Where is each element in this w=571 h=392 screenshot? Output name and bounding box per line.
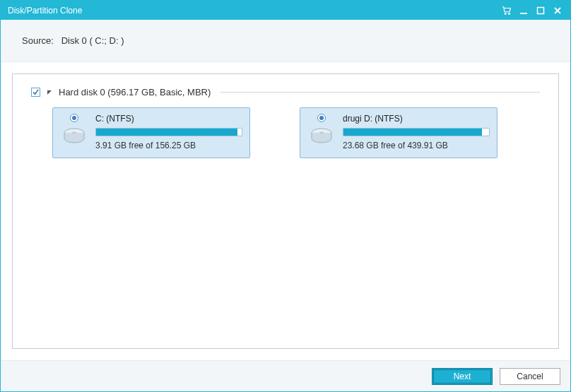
partition-radio[interactable] (70, 114, 78, 122)
disk-label: Hard disk 0 (596.17 GB, Basic, MBR) (59, 87, 211, 97)
drive-icon (309, 126, 334, 148)
usage-fill (96, 129, 237, 136)
minimize-button[interactable] (515, 4, 532, 18)
svg-rect-3 (538, 7, 544, 13)
collapse-toggle[interactable] (46, 89, 53, 96)
partition-title: drugi D: (NTFS) (343, 114, 490, 124)
source-value: Disk 0 ( C:; D: ) (61, 35, 124, 46)
partition-card[interactable]: drugi D: (NTFS) 23.68 GB free of 439.91 … (300, 107, 498, 158)
disk-panel: Hard disk 0 (596.17 GB, Basic, MBR) (12, 73, 559, 349)
header-divider (220, 92, 540, 93)
svg-point-7 (319, 132, 324, 134)
partition-free-text: 3.91 GB free of 156.25 GB (95, 141, 242, 150)
svg-point-5 (72, 132, 76, 134)
cancel-button[interactable]: Cancel (500, 368, 560, 385)
svg-point-0 (505, 13, 506, 14)
partition-list: C: (NTFS) 3.91 GB free of 156.25 GB (31, 107, 540, 158)
next-button[interactable]: Next (432, 368, 493, 385)
partition-radio[interactable] (317, 114, 326, 122)
footer: Next Cancel (1, 360, 570, 391)
maximize-button[interactable] (532, 4, 549, 18)
content-area: Hard disk 0 (596.17 GB, Basic, MBR) (1, 62, 570, 360)
partition-free-text: 23.68 GB free of 439.91 GB (343, 141, 490, 150)
disk-checkbox[interactable] (31, 88, 40, 97)
usage-bar (343, 128, 490, 136)
close-button[interactable] (549, 4, 566, 18)
disk-header-row: Hard disk 0 (596.17 GB, Basic, MBR) (31, 87, 540, 97)
window-title: Disk/Partition Clone (8, 6, 498, 16)
cart-icon[interactable] (498, 4, 515, 18)
usage-fill (343, 129, 482, 136)
partition-title: C: (NTFS) (95, 114, 242, 124)
source-label: Source: (22, 35, 54, 46)
partition-card[interactable]: C: (NTFS) 3.91 GB free of 156.25 GB (52, 107, 250, 158)
svg-point-1 (509, 13, 510, 14)
titlebar: Disk/Partition Clone (1, 1, 570, 20)
drive-icon (61, 126, 87, 148)
source-strip: Source: Disk 0 ( C:; D: ) (1, 20, 570, 62)
usage-bar (95, 128, 242, 136)
svg-rect-2 (520, 13, 527, 14)
